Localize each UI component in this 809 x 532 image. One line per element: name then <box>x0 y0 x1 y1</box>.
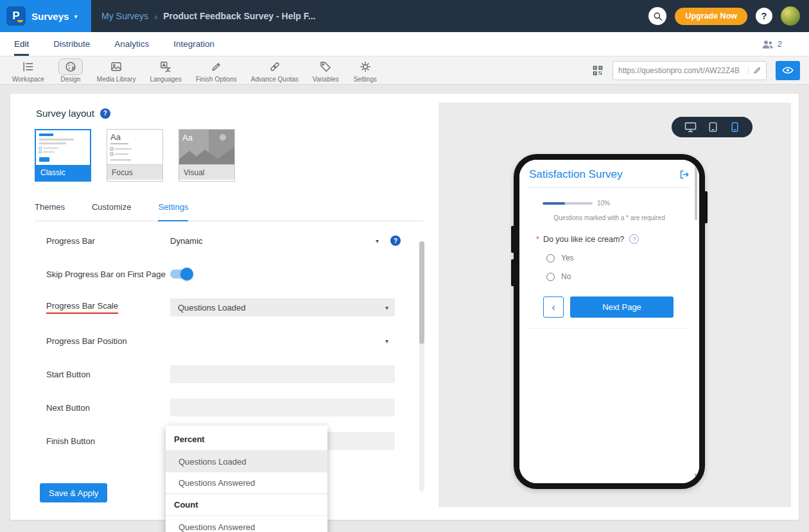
settings-icon <box>353 58 378 75</box>
layout-option-label: Classic <box>36 165 90 180</box>
phone-screen: Satisfaction Survey ▾ <box>519 160 699 483</box>
upgrade-now-button[interactable]: Upgrade Now <box>675 8 747 25</box>
toolbar-item-advance-quotas[interactable]: Advance Quotas <box>244 57 306 84</box>
progress-bar-help-icon[interactable]: ? <box>390 236 401 246</box>
layout-option-focus[interactable]: Aa Focus <box>107 129 163 182</box>
radio-icon <box>546 254 555 262</box>
back-chevron-icon: ‹ <box>552 301 555 314</box>
device-tablet-button[interactable] <box>707 121 719 133</box>
toolbar-item-variables[interactable]: Variables <box>306 57 346 84</box>
progress-bar-scale-select[interactable]: Questions Loaded ▾ <box>170 298 395 316</box>
progress-bar-select[interactable]: Dynamic ▾ <box>170 236 379 246</box>
progress-bar-scale-value: Questions Loaded <box>178 303 246 313</box>
dropdown-option-questions-answered-count[interactable]: Questions Answered <box>166 516 327 532</box>
layout-option-label: Visual <box>179 164 234 180</box>
toolbar-item-media-library[interactable]: Media Library <box>90 57 143 84</box>
start-button-row: Start Button <box>46 357 412 391</box>
exit-survey-icon[interactable] <box>679 169 690 180</box>
toolbar-item-workspace[interactable]: Workspace <box>5 57 51 84</box>
tab-themes[interactable]: Themes <box>35 202 65 221</box>
start-button-input[interactable] <box>170 365 395 383</box>
next-button-row: Next Button <box>46 391 412 424</box>
mobile-icon <box>729 121 741 133</box>
save-apply-button[interactable]: Save & Apply <box>40 483 107 502</box>
chevron-down-icon: ▾ <box>376 237 379 245</box>
preview-next-page-button[interactable]: Next Page <box>570 296 674 318</box>
preview-survey-button[interactable] <box>776 61 800 80</box>
progress-bar-label: Progress Bar <box>46 236 170 246</box>
chevron-down-icon: ▾ <box>385 304 388 311</box>
preview-required-note: Questions marked with a * are required <box>519 214 699 221</box>
breadcrumb: My Surveys › Product Feedback Survey - H… <box>101 11 315 22</box>
preview-survey-title: Satisfaction Survey <box>529 168 623 181</box>
app-root: P Surveys ▾ My Surveys › Product Feedbac… <box>0 0 809 532</box>
thumb-text: Aa <box>110 132 121 142</box>
toolbar-item-finish-options[interactable]: Finish Options <box>189 57 244 84</box>
layout-options: Classic Aa Focus <box>35 129 434 182</box>
question-help-icon[interactable]: ? <box>629 234 639 244</box>
breadcrumb-survey-title: Product Feedback Survey - Help F... <box>163 11 315 21</box>
preview-back-button[interactable]: ‹ <box>543 296 564 318</box>
toolbar-right <box>592 61 800 80</box>
collaborators[interactable]: 2 <box>761 32 782 56</box>
survey-layout-title: Survey layout <box>36 108 94 119</box>
breadcrumb-my-surveys[interactable]: My Surveys <box>101 11 148 21</box>
device-toggle <box>672 117 752 137</box>
finish-options-icon <box>204 58 229 75</box>
preview-progress: 10% <box>543 200 699 207</box>
tab-settings[interactable]: Settings <box>158 202 188 221</box>
layout-option-classic[interactable]: Classic <box>35 129 91 182</box>
chevron-down-icon: ▾ <box>385 338 388 345</box>
tab-analytics[interactable]: Analytics <box>114 32 149 56</box>
device-desktop-button[interactable] <box>684 121 697 133</box>
design-icon <box>58 58 83 75</box>
tab-edit[interactable]: Edit <box>14 32 29 56</box>
device-mobile-button[interactable] <box>729 121 741 133</box>
form-scrollbar-thumb[interactable] <box>419 241 424 344</box>
preview-progress-track <box>543 202 593 205</box>
skip-progress-label: Skip Progress Bar on First Page <box>46 270 170 279</box>
toolbar-item-settings[interactable]: Settings <box>346 57 385 84</box>
qr-code-icon[interactable] <box>592 65 604 76</box>
search-button[interactable] <box>648 7 666 25</box>
design-panel: Survey layout ? <box>10 94 799 520</box>
dropdown-option-questions-answered-percent[interactable]: Questions Answered <box>166 472 327 494</box>
help-button[interactable]: ? <box>756 8 772 24</box>
survey-url-input[interactable] <box>613 66 748 75</box>
top-bar: P Surveys ▾ My Surveys › Product Feedbac… <box>0 0 809 32</box>
toggle-knob <box>180 268 193 280</box>
classic-thumbnail <box>36 130 90 165</box>
preview-survey-header: Satisfaction Survey <box>529 168 690 188</box>
avatar[interactable] <box>781 6 800 26</box>
preview-option-yes[interactable]: Yes <box>546 253 699 262</box>
skip-progress-toggle[interactable] <box>170 270 192 279</box>
dropdown-group-count: Count <box>166 494 327 516</box>
tab-integration[interactable]: Integration <box>173 32 214 56</box>
settings-form: Progress Bar Dynamic ▾ ? Skip Progress B… <box>46 224 412 458</box>
tab-distribute[interactable]: Distribute <box>53 32 90 56</box>
nav-bar: Edit Distribute Analytics Integration 2 <box>0 32 809 56</box>
form-scrollbar[interactable] <box>419 241 424 492</box>
progress-bar-position-select[interactable]: ▾ <box>170 332 395 350</box>
collaborators-count: 2 <box>778 39 782 49</box>
product-switcher[interactable]: P Surveys ▾ <box>0 0 91 32</box>
edit-url-icon[interactable] <box>748 66 766 74</box>
preview-scrollbar-thumb[interactable] <box>695 166 697 220</box>
survey-layout-help-icon[interactable]: ? <box>100 108 110 119</box>
toolbar-item-label: Settings <box>354 76 377 83</box>
survey-url-box <box>613 61 767 80</box>
product-menu-label: Surveys <box>31 11 69 22</box>
toolbar-item-label: Design <box>60 76 80 83</box>
next-button-input[interactable] <box>170 399 395 416</box>
tab-customize[interactable]: Customize <box>92 202 131 221</box>
preview-option-label: No <box>561 272 571 281</box>
progress-bar-position-label: Progress Bar Position <box>46 336 170 346</box>
preview-option-no[interactable]: No <box>546 272 699 281</box>
start-button-label: Start Button <box>46 370 170 379</box>
layout-option-visual[interactable]: Aa Visual <box>178 129 235 182</box>
toolbar-item-design[interactable]: Design <box>51 57 90 84</box>
toolbar-item-languages[interactable]: Languages <box>143 57 189 84</box>
preview-nav-buttons: ‹ Next Page <box>543 296 674 318</box>
dropdown-option-questions-loaded[interactable]: Questions Loaded <box>166 450 327 472</box>
finish-button-label: Finish Button <box>46 436 170 446</box>
